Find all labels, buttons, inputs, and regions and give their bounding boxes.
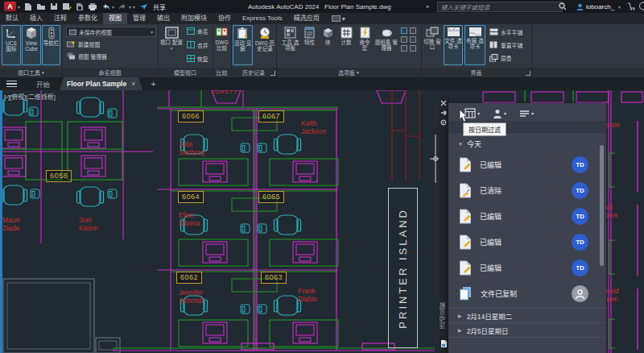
search-input[interactable]: 键入关键字或短语 <box>437 2 563 12</box>
avatar-td[interactable]: TD <box>572 234 588 251</box>
search-expander-icon[interactable]: ▸ <box>427 3 430 10</box>
avatar-td[interactable]: TD <box>572 260 588 276</box>
file-tab-menu-icon[interactable] <box>6 81 17 88</box>
help-icon[interactable] <box>638 2 644 12</box>
panel-label-palettes[interactable]: 选项板▾ <box>276 68 422 77</box>
avatar-anonymous[interactable] <box>572 285 588 302</box>
blocks-button[interactable]: 块 <box>320 25 336 65</box>
viewport-join-button[interactable]: 合并 <box>187 39 208 50</box>
tab-insert[interactable]: 插入 <box>24 13 48 24</box>
cart-icon[interactable] <box>627 2 635 12</box>
tab-output[interactable]: 输出 <box>151 13 175 24</box>
switch-windows-icon <box>426 27 439 38</box>
ucs-icon-button[interactable]: UCS 图标 <box>2 25 21 65</box>
plot-printer-icon[interactable] <box>88 2 97 10</box>
start-tab[interactable]: 开始 <box>31 79 55 89</box>
date-section-feb5[interactable]: ▶ 2月5日星期日 <box>448 322 606 337</box>
cascade-button[interactable]: 层叠 <box>489 52 512 63</box>
panel-label-viewport-tools[interactable]: 视口工具▾ <box>0 68 63 77</box>
panel-scrollbar[interactable] <box>600 145 604 266</box>
tab-annotate[interactable]: 注释 <box>48 13 72 24</box>
avatar-td[interactable]: TD <box>572 208 588 225</box>
logo-dropdown-icon[interactable]: ▾ <box>18 4 20 10</box>
navigation-bar-button[interactable]: 导航栏 <box>42 25 60 65</box>
mini-palette-button[interactable] <box>410 45 416 52</box>
close-tab-icon[interactable]: × <box>131 80 135 88</box>
activity-item-edited[interactable]: 已编辑 TD <box>448 152 606 177</box>
tile-vertically-button[interactable]: 垂直平铺 <box>489 39 522 50</box>
tab-addins[interactable]: 附加模块 <box>175 13 213 24</box>
viewcube-button[interactable]: View Cube <box>22 25 41 65</box>
close-palette-icon[interactable] <box>440 100 447 106</box>
undo-icon[interactable] <box>101 3 110 10</box>
drawing-tab-active[interactable]: Floor Plan Sample × <box>60 77 142 90</box>
save-as-icon[interactable] <box>62 2 72 10</box>
date-section-feb14[interactable]: ▶ 2月14日星期二 <box>448 308 606 322</box>
autocad-logo-icon[interactable]: A <box>4 2 16 11</box>
activity-label: 已清除 <box>480 185 572 196</box>
activity-item-edited[interactable]: 已编辑 TD <box>448 255 606 280</box>
tab-view[interactable]: 视图 <box>103 13 127 24</box>
dialog-launcher-icon[interactable] <box>526 71 530 76</box>
search-icon[interactable] <box>559 2 567 12</box>
file-tabs-button[interactable]: 文件 选项卡 <box>444 25 463 65</box>
sheet-set-manager-button[interactable]: 图纸集 管理器 <box>374 25 398 65</box>
activity-item-edited[interactable]: 已编辑 TD <box>448 229 606 255</box>
user-dropdown-icon[interactable]: ▾ <box>618 4 621 10</box>
viewport-config-button[interactable]: 视口 配置 ▾ <box>159 25 184 65</box>
layout-tabs-button[interactable]: 布局 选项卡 <box>464 25 485 65</box>
save-icon[interactable] <box>50 2 58 10</box>
user-account[interactable]: loboarch_ <box>576 3 614 10</box>
viewport-named-button[interactable]: 命名 <box>187 26 208 36</box>
tab-express-tools[interactable]: Express Tools <box>237 13 288 24</box>
avatar-td[interactable]: TD <box>572 156 588 173</box>
mini-palette-button[interactable] <box>401 36 407 43</box>
properties-button[interactable]: 特性 <box>301 25 318 65</box>
tab-manage[interactable]: 管理 <box>127 13 151 24</box>
new-drawing-tab-icon[interactable]: + <box>151 79 155 89</box>
mini-palette-button[interactable] <box>401 27 407 34</box>
avatar-td[interactable]: TD <box>572 182 588 199</box>
tab-collaborate[interactable]: 协作 <box>213 13 237 24</box>
activity-insights-button[interactable]: 活动 见解 <box>233 25 253 65</box>
undo-dropdown-icon[interactable]: ▾ <box>112 4 114 10</box>
switch-windows-button[interactable]: 切换 窗口 <box>423 25 442 65</box>
export-icon[interactable] <box>76 2 84 11</box>
filter-by-user-button[interactable]: ▾ <box>493 109 506 118</box>
share-label[interactable]: 共享 <box>153 2 166 11</box>
command-macros-button[interactable]: 命令 宏 <box>357 25 373 65</box>
dwg-compare-button[interactable]: DWG 比较 <box>213 25 230 65</box>
tab-parametric[interactable]: 参数化 <box>72 13 103 24</box>
tool-palettes-button[interactable]: 工具 选项板 <box>281 25 299 65</box>
app-title: Autodesk AutoCAD 2024 <box>248 3 320 10</box>
activity-item-purged[interactable]: 已清除 TD <box>448 177 606 203</box>
mini-palette-button[interactable] <box>410 36 416 43</box>
ribbon-display-toggle[interactable]: ▾ <box>332 15 345 23</box>
today-section-header[interactable]: ▼ 今天 <box>458 139 481 149</box>
qat-dropdown-icon[interactable]: ▾ <box>133 4 135 10</box>
redo-icon[interactable] <box>118 3 127 10</box>
dialog-launcher-icon[interactable] <box>270 71 275 76</box>
tab-featured-apps[interactable]: 精选应用 <box>288 13 325 24</box>
new-view-button[interactable]: 新建视图 <box>67 39 100 49</box>
palette-doc-icon[interactable] <box>440 339 448 348</box>
tab-default[interactable]: 默认 <box>0 13 24 24</box>
share-plane-icon[interactable] <box>139 3 148 10</box>
new-file-icon[interactable] <box>24 2 32 11</box>
filter-by-event-button[interactable]: ▾ <box>519 110 534 118</box>
viewport-controls[interactable]: [-][俯视][二维线框] <box>4 92 56 101</box>
count-button[interactable]: 计数 <box>337 25 355 65</box>
activity-item-edited[interactable]: 已编辑 TD <box>448 203 606 229</box>
mini-palette-button[interactable] <box>410 27 416 34</box>
dwg-history-button[interactable]: DWG 历史记录 <box>254 25 275 65</box>
view-dropdown[interactable]: 未保存的视图 ▾ <box>66 27 156 37</box>
palette-properties-icon[interactable] <box>440 119 447 126</box>
mini-palette-button[interactable] <box>401 45 407 52</box>
activity-item-file-copied[interactable]: 文件已复制 <box>448 280 606 306</box>
open-folder-icon[interactable] <box>36 2 46 10</box>
tile-horizontally-button[interactable]: 水平平铺 <box>489 27 522 37</box>
viewport-restore-button[interactable]: 恢复 <box>187 53 208 64</box>
redo-dropdown-icon[interactable]: ▾ <box>129 4 131 10</box>
view-manager-button[interactable]: 视图 管理器 <box>67 51 107 61</box>
auto-hide-pin-icon[interactable] <box>440 110 447 116</box>
